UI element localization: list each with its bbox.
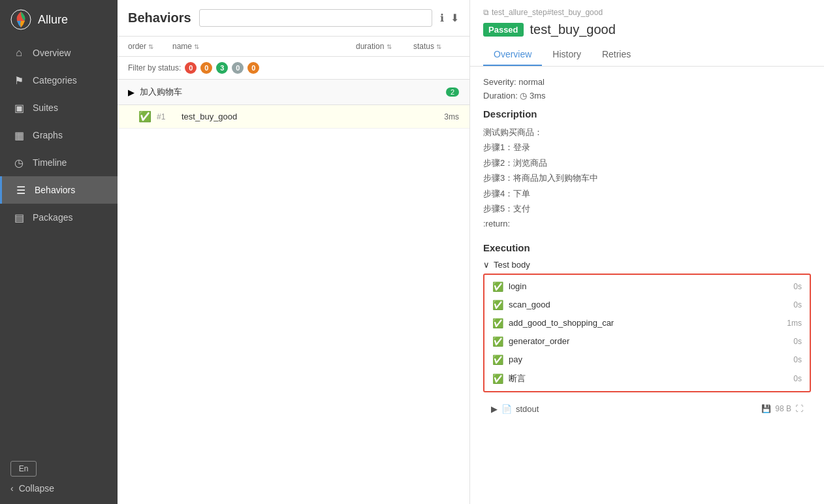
detail-panel: ⧉ test_allure_step#test_buy_good Passed … [470,0,824,504]
step-name: 断言 [509,373,526,385]
sidebar-item-packages-label: Packages [33,212,72,223]
execution-title: Execution [483,242,811,253]
test-status-icon: ✅ [138,110,151,123]
duration-sort-icon: ⇅ [387,43,392,50]
behaviors-panel: Behaviors ℹ ⬇ order ⇅ name ⇅ duration ⇅ … [118,0,470,504]
filter-badge-failed[interactable]: 0 [185,62,197,74]
step-name: generator_order [509,336,569,346]
sidebar-item-categories[interactable]: ⚑ Categories [0,67,118,94]
col-name-header[interactable]: name ⇅ [172,42,351,51]
test-body-chevron: ∨ [483,260,490,270]
desc-line-1: 步骤1：登录 [483,140,811,155]
filter-badge-passed[interactable]: 3 [216,62,228,74]
step-duration: 0s [793,282,802,291]
main-area: Behaviors ℹ ⬇ order ⇅ name ⇅ duration ⇅ … [118,0,824,504]
desc-line-5: 步骤5：支付 [483,201,811,216]
breadcrumb-text: test_allure_step#test_buy_good [492,8,603,17]
desc-line-4: 步骤4：下单 [483,186,811,201]
group-row[interactable]: ▶ 加入购物车 2 [118,80,469,105]
list-item[interactable]: ✅ generator_order 0s [484,332,810,351]
suites-icon: ▣ [13,102,25,114]
severity-value: normal [518,77,545,87]
sidebar-nav: ⌂ Overview ⚑ Categories ▣ Suites ▦ Graph… [0,39,118,450]
step-duration: 0s [793,300,802,309]
table-row[interactable]: ✅ #1 test_buy_good 3ms [118,105,469,129]
severity-label: Severity: [483,77,516,87]
tab-retries[interactable]: Retries [592,44,641,66]
col-duration-header[interactable]: duration ⇅ [356,42,408,51]
behaviors-list: ▶ 加入购物车 2 ✅ #1 test_buy_good 3ms [118,80,469,504]
sidebar-item-packages[interactable]: ▤ Packages [0,204,118,231]
info-icon[interactable]: ℹ [440,12,444,24]
filter-badge-broken[interactable]: 0 [200,62,212,74]
sidebar-item-overview[interactable]: ⌂ Overview [0,39,118,67]
test-title: test_buy_good [530,22,616,37]
duration-value: 3ms [530,91,546,101]
name-sort-icon: ⇅ [194,43,199,50]
sidebar-item-suites[interactable]: ▣ Suites [0,94,118,121]
behaviors-header: Behaviors ℹ ⬇ [118,0,469,37]
download-icon[interactable]: ⬇ [451,12,459,24]
desc-line-3: 步骤3：将商品加入到购物车中 [483,170,811,185]
detail-header: ⧉ test_allure_step#test_buy_good Passed … [470,0,824,67]
stdout-size-value: 98 B [775,404,791,413]
list-item[interactable]: ✅ 断言 0s [484,369,810,388]
list-item[interactable]: ✅ pay 0s [484,351,810,369]
sidebar-item-categories-label: Categories [33,75,77,86]
duration-meta: Duration: ◷ 3ms [483,91,811,101]
list-item[interactable]: ✅ login 0s [484,277,810,296]
sidebar-item-behaviors[interactable]: ☰ Behaviors [0,176,118,204]
sidebar-item-graphs[interactable]: ▦ Graphs [0,121,118,149]
timeline-icon: ◷ [13,157,25,168]
breadcrumb: ⧉ test_allure_step#test_buy_good [483,8,811,17]
allure-logo-icon [10,9,31,30]
group-expand-icon: ▶ [128,87,135,97]
col-status-header[interactable]: status ⇅ [413,42,459,51]
test-body-header[interactable]: ∨ Test body [483,260,811,270]
stdout-row[interactable]: ▶ 📄 stdout 💾 98 B ⛶ [483,399,811,419]
collapse-label: Collapse [19,483,54,494]
header-icons: ℹ ⬇ [440,12,459,24]
list-item[interactable]: ✅ scan_good 0s [484,296,810,314]
tab-overview[interactable]: Overview [483,44,542,66]
duration-label: Duration: [483,91,518,101]
stdout-file-icon: 📄 [501,404,512,414]
list-item[interactable]: ✅ add_good_to_shopping_car 1ms [484,314,810,332]
language-button[interactable]: En [10,461,37,477]
test-duration: 3ms [444,112,459,121]
step-duration: 1ms [787,319,802,328]
sidebar-item-suites-label: Suites [33,102,58,113]
detail-body: Severity: normal Duration: ◷ 3ms Descrip… [470,67,824,504]
categories-icon: ⚑ [13,74,25,86]
step-duration: 0s [793,374,802,383]
desc-line-0: 测试购买商品： [483,125,811,140]
step-duration: 0s [793,355,802,364]
step-status-icon: ✅ [492,281,503,292]
sidebar: Allure ⌂ Overview ⚑ Categories ▣ Suites … [0,0,118,504]
sidebar-item-timeline[interactable]: ◷ Timeline [0,149,118,176]
detail-title-row: Passed test_buy_good [483,22,811,37]
detail-tabs: Overview History Retries [483,44,811,66]
step-status-icon: ✅ [492,300,503,310]
tab-history[interactable]: History [542,44,592,66]
chevron-left-icon: ‹ [10,483,14,494]
desc-line-2: 步骤2：浏览商品 [483,155,811,170]
filter-row: Filter by status: 0 0 3 0 0 [118,57,469,80]
sidebar-bottom: En ‹ Collapse [0,450,118,504]
sidebar-item-graphs-label: Graphs [33,130,63,140]
filter-badge-unknown[interactable]: 0 [247,62,259,74]
test-body-section: ∨ Test body ✅ login 0s ✅ scan_go [483,260,811,392]
test-body-items: ✅ login 0s ✅ scan_good 0s [483,274,811,392]
expand-icon[interactable]: ⛶ [795,404,803,413]
col-order-header[interactable]: order ⇅ [128,42,167,51]
severity-meta: Severity: normal [483,77,811,87]
graphs-icon: ▦ [13,129,25,141]
filter-label: Filter by status: [128,63,181,72]
group-count: 2 [446,87,459,97]
collapse-button[interactable]: ‹ Collapse [10,483,107,494]
filter-badge-skipped[interactable]: 0 [232,62,244,74]
search-input[interactable] [199,9,432,27]
sidebar-item-overview-label: Overview [33,48,71,58]
logo-text: Allure [38,13,68,27]
step-status-icon: ✅ [492,354,503,365]
